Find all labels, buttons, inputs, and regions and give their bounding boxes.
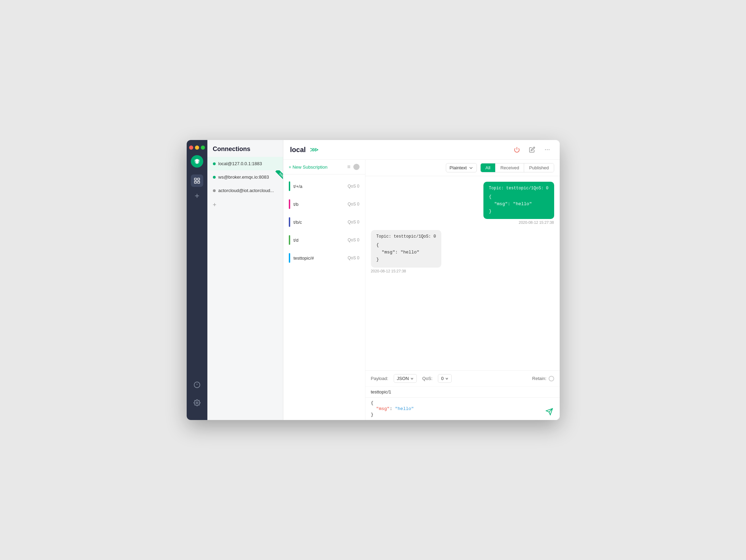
received-body-line2: "msg": "hello" bbox=[376, 249, 436, 256]
format-select[interactable]: Plaintext bbox=[446, 163, 477, 172]
format-dropdown-icon bbox=[469, 166, 473, 170]
topbar: local ⋙ bbox=[283, 140, 560, 160]
connections-icon bbox=[194, 177, 200, 184]
more-icon bbox=[544, 147, 550, 153]
power-button[interactable] bbox=[511, 144, 522, 155]
sub-info: t/b/c bbox=[294, 220, 344, 225]
maximize-button[interactable] bbox=[201, 146, 205, 150]
sub-color-indicator bbox=[289, 253, 290, 263]
publish-topic-value: testtopic/1 bbox=[371, 389, 391, 394]
publish-body-area[interactable]: { "msg": "hello" } bbox=[365, 398, 560, 420]
sub-qos: QoS 0 bbox=[347, 238, 359, 242]
plus-icon bbox=[194, 192, 200, 199]
publish-body-val: "hello" bbox=[395, 406, 414, 411]
subscription-item-4[interactable]: testtopic/# QoS 0 bbox=[283, 249, 365, 267]
sub-topic: testtopic/# bbox=[294, 256, 344, 261]
publish-body-line2: "msg": "hello" bbox=[371, 406, 554, 411]
connection-status-dot-ws bbox=[213, 176, 216, 179]
retain-checkbox[interactable] bbox=[549, 376, 554, 381]
messages-panel: Plaintext All Received Published bbox=[365, 160, 560, 420]
qos-select[interactable]: 0 bbox=[438, 374, 451, 383]
subscriptions-panel: + New Subscription ≡ t/+/a QoS 0 bbox=[283, 160, 365, 420]
svg-rect-2 bbox=[194, 178, 196, 180]
connection-item-ws[interactable]: ws@broker.emqx.io:8083 SSL bbox=[207, 170, 283, 184]
published-message-0: Topic: testtopic/1 QoS: 0 { "msg": "hell… bbox=[483, 182, 554, 224]
logo-icon bbox=[193, 158, 201, 165]
send-icon bbox=[546, 408, 553, 416]
main-content: local ⋙ bbox=[283, 140, 560, 420]
sub-color-indicator bbox=[289, 199, 290, 209]
edit-button[interactable] bbox=[527, 144, 538, 155]
sidebar-nav bbox=[187, 140, 207, 420]
subscription-list: t/+/a QoS 0 t/b QoS 0 t/b/ bbox=[283, 174, 365, 420]
sidebar-item-settings[interactable] bbox=[191, 397, 203, 409]
traffic-lights bbox=[189, 146, 205, 150]
received-timestamp: 2020-08-12 15:27:38 bbox=[371, 269, 442, 273]
sub-topic: t/+/a bbox=[294, 184, 344, 189]
svg-rect-3 bbox=[197, 178, 199, 180]
filter-subscriptions-icon[interactable]: ≡ bbox=[347, 164, 350, 170]
payload-format: JSON bbox=[397, 376, 409, 381]
new-subscription-btn[interactable]: + New Subscription bbox=[289, 164, 327, 170]
sub-topic: t/b bbox=[294, 202, 344, 207]
filter-tab-published[interactable]: Published bbox=[524, 163, 553, 172]
sub-qos: QoS 0 bbox=[347, 220, 359, 224]
received-topic: Topic: testtopic/1 bbox=[376, 234, 421, 239]
svg-rect-4 bbox=[194, 181, 196, 183]
sub-qos: QoS 0 bbox=[347, 256, 359, 260]
received-body-line3: } bbox=[376, 256, 436, 263]
qos-value: 0 bbox=[441, 376, 443, 381]
add-connection-btn[interactable]: + bbox=[207, 197, 283, 213]
received-body-line1: { bbox=[376, 242, 436, 249]
connections-title: Connections bbox=[207, 140, 283, 157]
sidebar-item-info[interactable] bbox=[191, 379, 203, 391]
subscription-item-2[interactable]: t/b/c QoS 0 bbox=[283, 213, 365, 231]
more-button[interactable] bbox=[542, 144, 553, 155]
payload-format-dropdown-icon bbox=[410, 377, 414, 380]
sidebar-item-add[interactable] bbox=[191, 190, 203, 202]
connection-name-local: local@127.0.0.1:1883 bbox=[218, 161, 262, 166]
sidebar-item-connections[interactable] bbox=[191, 174, 203, 187]
subscriptions-header: + New Subscription ≡ bbox=[283, 160, 365, 174]
svg-point-13 bbox=[545, 149, 546, 150]
messages-area: Topic: testtopic/1 QoS: 0 { "msg": "hell… bbox=[365, 176, 560, 370]
subscription-item-0[interactable]: t/+/a QoS 0 bbox=[283, 177, 365, 195]
connections-panel: Connections local@127.0.0.1:1883 ws@brok… bbox=[207, 140, 283, 420]
minimize-button[interactable] bbox=[195, 146, 199, 150]
info-icon bbox=[194, 381, 200, 388]
published-body-line2: "msg": "hello" bbox=[489, 201, 549, 208]
format-label: Plaintext bbox=[450, 165, 467, 170]
sub-color-indicator bbox=[289, 181, 290, 191]
filter-tab-all[interactable]: All bbox=[481, 163, 495, 172]
publish-topic-input[interactable]: testtopic/1 bbox=[365, 387, 560, 398]
received-bubble: Topic: testtopic/1 QoS: 0 { "msg": "hell… bbox=[371, 230, 442, 267]
settings-icon bbox=[194, 399, 200, 406]
connection-name-ws: ws@broker.emqx.io:8083 bbox=[218, 174, 269, 180]
power-icon bbox=[514, 147, 520, 153]
connection-item-local[interactable]: local@127.0.0.1:1883 bbox=[207, 157, 283, 170]
send-button[interactable] bbox=[544, 407, 554, 417]
received-body: { "msg": "hello" } bbox=[376, 242, 436, 263]
connection-name-actorcloud: actorcloud@iot.actorcloud... bbox=[218, 188, 274, 193]
published-body: { "msg": "hello" } bbox=[489, 193, 549, 215]
subscription-item-1[interactable]: t/b QoS 0 bbox=[283, 195, 365, 213]
sub-info: t/+/a bbox=[294, 184, 344, 189]
connection-status-dot bbox=[213, 162, 216, 165]
message-toolbar: Plaintext All Received Published bbox=[365, 160, 560, 176]
app-logo bbox=[191, 155, 203, 168]
sub-info: testtopic/# bbox=[294, 256, 344, 261]
qos-label: QoS: bbox=[422, 376, 433, 381]
published-body-line3: } bbox=[489, 208, 549, 215]
connection-item-actorcloud[interactable]: actorcloud@iot.actorcloud... bbox=[207, 184, 283, 197]
sub-info: t/b bbox=[294, 202, 344, 207]
sub-info: t/d bbox=[294, 238, 344, 243]
received-message-0: Topic: testtopic/1 QoS: 0 { "msg": "hell… bbox=[371, 230, 442, 273]
topbar-dropdown-icon[interactable]: ⋙ bbox=[310, 146, 319, 153]
payload-format-select[interactable]: JSON bbox=[394, 374, 417, 383]
subscription-item-3[interactable]: t/d QoS 0 bbox=[283, 231, 365, 249]
filter-tab-received[interactable]: Received bbox=[495, 163, 524, 172]
qos-dropdown-icon bbox=[445, 377, 449, 380]
retain-option: Retain: bbox=[532, 376, 554, 381]
close-button[interactable] bbox=[189, 146, 193, 150]
published-topic: Topic: testtopic/1 bbox=[489, 186, 534, 191]
